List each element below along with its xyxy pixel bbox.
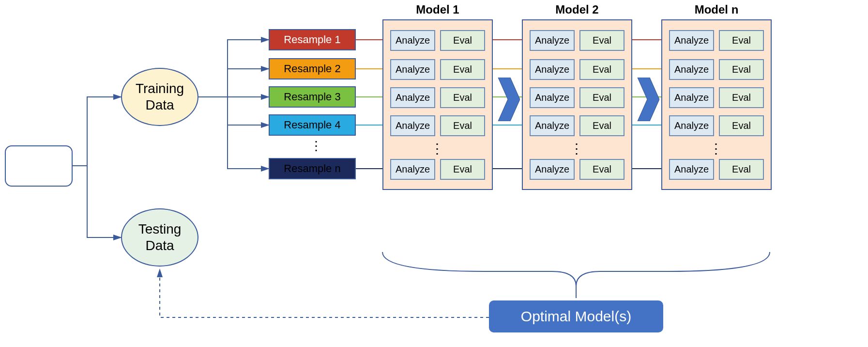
model-title: Model 1 (383, 3, 492, 16)
model-row: AnalyzeEval (669, 59, 764, 80)
resample-label: Resample 3 (284, 91, 340, 103)
resample-box-4: Resample 4 (269, 114, 356, 136)
vdots-icon: ⋮ (709, 141, 724, 157)
training-label: Training Data (136, 80, 184, 113)
model-row: AnalyzeEval (669, 115, 764, 136)
model-panel-2: Model 2AnalyzeEvalAnalyzeEvalAnalyzeEval… (522, 19, 632, 190)
resample-box-3: Resample 3 (269, 86, 356, 108)
model-row: AnalyzeEval (669, 87, 764, 108)
model-row: AnalyzeEval (669, 159, 764, 180)
analyze-cell: Analyze (669, 159, 714, 180)
model-row: AnalyzeEval (390, 30, 485, 51)
model-row: AnalyzeEval (390, 115, 485, 136)
model-title: Model 2 (523, 3, 631, 16)
analyze-cell: Analyze (530, 115, 575, 136)
vdots-icon: ⋮ (430, 141, 445, 157)
testing-data-ellipse: Testing Data (121, 208, 198, 267)
optimal-label: Optimal Model(s) (521, 308, 631, 324)
analyze-cell: Analyze (390, 59, 435, 80)
analyze-cell: Analyze (669, 59, 714, 80)
model-row: AnalyzeEval (390, 87, 485, 108)
eval-cell: Eval (579, 159, 624, 180)
resample-box-5: Resample n (269, 158, 356, 179)
chevron-icon (635, 78, 659, 121)
model-panel-1: Model 1AnalyzeEvalAnalyzeEvalAnalyzeEval… (382, 19, 493, 190)
resample-label: Resample 2 (284, 63, 340, 75)
eval-cell: Eval (440, 159, 485, 180)
model-row: AnalyzeEval (530, 59, 624, 80)
model-row: AnalyzeEval (669, 30, 764, 51)
resample-label: Resample n (284, 162, 340, 175)
chevron-icon (496, 78, 520, 121)
model-title: Model n (662, 3, 771, 16)
model-row: AnalyzeEval (530, 159, 624, 180)
resample-label: Resample 1 (284, 33, 340, 46)
eval-cell: Eval (719, 159, 764, 180)
eval-cell: Eval (440, 30, 485, 51)
model-row: AnalyzeEval (390, 159, 485, 180)
eval-cell: Eval (440, 59, 485, 80)
optimal-model-box: Optimal Model(s) (489, 300, 663, 332)
resample-box-1: Resample 1 (269, 29, 356, 50)
eval-cell: Eval (719, 59, 764, 80)
analyze-cell: Analyze (530, 30, 575, 51)
analyze-cell: Analyze (669, 30, 714, 51)
eval-cell: Eval (579, 115, 624, 136)
testing-label: Testing Data (138, 221, 182, 253)
model-row: AnalyzeEval (530, 30, 624, 51)
model-row: AnalyzeEval (530, 87, 624, 108)
analyze-cell: Analyze (669, 87, 714, 108)
analyze-cell: Analyze (390, 115, 435, 136)
eval-cell: Eval (579, 30, 624, 51)
analyze-cell: Analyze (530, 59, 575, 80)
eval-cell: Eval (719, 30, 764, 51)
vdots-icon: ⋮ (310, 139, 322, 154)
eval-cell: Eval (440, 87, 485, 108)
analyze-cell: Analyze (390, 87, 435, 108)
dataset-box (5, 145, 73, 187)
model-panel-3: Model nAnalyzeEvalAnalyzeEvalAnalyzeEval… (661, 19, 772, 190)
model-row: AnalyzeEval (390, 59, 485, 80)
eval-cell: Eval (440, 115, 485, 136)
analyze-cell: Analyze (530, 159, 575, 180)
analyze-cell: Analyze (530, 87, 575, 108)
eval-cell: Eval (719, 87, 764, 108)
vdots-icon: ⋮ (570, 141, 584, 157)
resample-box-2: Resample 2 (269, 58, 356, 79)
training-data-ellipse: Training Data (121, 68, 198, 126)
analyze-cell: Analyze (390, 159, 435, 180)
eval-cell: Eval (579, 87, 624, 108)
analyze-cell: Analyze (390, 30, 435, 51)
model-row: AnalyzeEval (530, 115, 624, 136)
resample-label: Resample 4 (284, 119, 340, 131)
eval-cell: Eval (579, 59, 624, 80)
analyze-cell: Analyze (669, 115, 714, 136)
eval-cell: Eval (719, 115, 764, 136)
